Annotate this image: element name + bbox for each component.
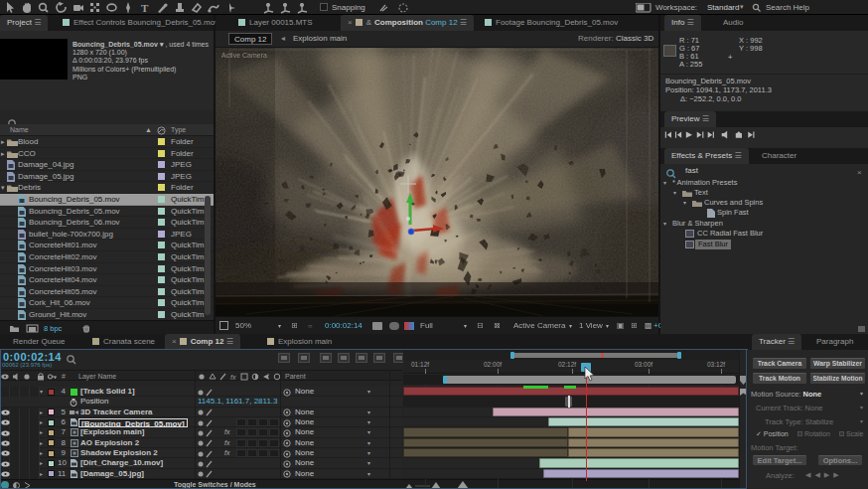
svg-text:Active Camera: Active Camera (221, 52, 267, 59)
svg-text:fx: fx (230, 374, 236, 381)
svg-text:T: T (141, 2, 149, 14)
